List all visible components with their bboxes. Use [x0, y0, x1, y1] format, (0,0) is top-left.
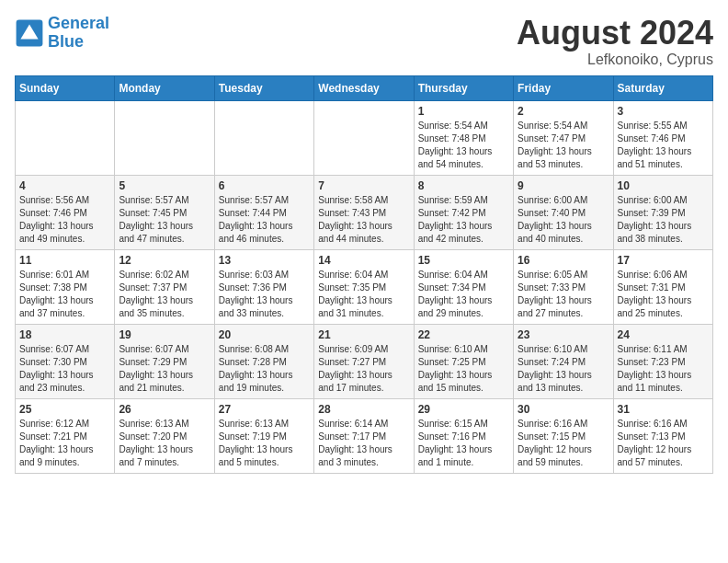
calendar-table: SundayMondayTuesdayWednesdayThursdayFrid…	[15, 75, 713, 474]
day-cell: 11Sunrise: 6:01 AM Sunset: 7:38 PM Dayli…	[16, 249, 115, 324]
day-number: 23	[518, 328, 609, 341]
day-number: 10	[618, 179, 709, 192]
day-info: Sunrise: 6:00 AM Sunset: 7:39 PM Dayligh…	[618, 194, 709, 246]
day-number: 30	[518, 403, 609, 416]
day-cell: 19Sunrise: 6:07 AM Sunset: 7:29 PM Dayli…	[115, 324, 214, 398]
day-cell: 21Sunrise: 6:09 AM Sunset: 7:27 PM Dayli…	[314, 324, 414, 398]
day-number: 6	[219, 179, 310, 192]
day-cell: 2Sunrise: 5:54 AM Sunset: 7:47 PM Daylig…	[514, 100, 613, 175]
day-cell: 28Sunrise: 6:14 AM Sunset: 7:17 PM Dayli…	[314, 398, 414, 473]
month-year: August 2024	[517, 15, 713, 52]
day-info: Sunrise: 5:55 AM Sunset: 7:46 PM Dayligh…	[618, 120, 709, 171]
day-cell	[115, 100, 214, 175]
calendar-body: 1Sunrise: 5:54 AM Sunset: 7:48 PM Daylig…	[16, 100, 713, 473]
week-row-3: 11Sunrise: 6:01 AM Sunset: 7:38 PM Dayli…	[16, 249, 713, 324]
day-info: Sunrise: 5:56 AM Sunset: 7:46 PM Dayligh…	[19, 194, 110, 246]
weekday-wednesday: Wednesday	[314, 75, 414, 100]
day-info: Sunrise: 5:59 AM Sunset: 7:42 PM Dayligh…	[418, 194, 509, 246]
day-number: 11	[19, 254, 110, 267]
day-info: Sunrise: 6:03 AM Sunset: 7:36 PM Dayligh…	[219, 269, 310, 320]
day-number: 9	[518, 179, 609, 192]
day-number: 25	[19, 403, 110, 416]
day-info: Sunrise: 6:00 AM Sunset: 7:40 PM Dayligh…	[518, 194, 609, 246]
day-cell: 4Sunrise: 5:56 AM Sunset: 7:46 PM Daylig…	[16, 175, 115, 249]
weekday-thursday: Thursday	[414, 75, 513, 100]
weekday-monday: Monday	[115, 75, 214, 100]
weekday-tuesday: Tuesday	[214, 75, 313, 100]
day-number: 31	[618, 403, 709, 416]
weekday-saturday: Saturday	[613, 75, 712, 100]
day-number: 14	[318, 254, 409, 267]
day-number: 5	[119, 179, 210, 192]
day-cell: 7Sunrise: 5:58 AM Sunset: 7:43 PM Daylig…	[314, 175, 414, 249]
day-cell: 3Sunrise: 5:55 AM Sunset: 7:46 PM Daylig…	[613, 100, 712, 175]
location: Lefkonoiko, Cyprus	[517, 52, 713, 68]
day-info: Sunrise: 6:12 AM Sunset: 7:21 PM Dayligh…	[19, 418, 110, 469]
day-cell: 29Sunrise: 6:15 AM Sunset: 7:16 PM Dayli…	[414, 398, 513, 473]
day-number: 26	[119, 403, 210, 416]
day-cell: 17Sunrise: 6:06 AM Sunset: 7:31 PM Dayli…	[613, 249, 712, 324]
day-info: Sunrise: 5:54 AM Sunset: 7:47 PM Dayligh…	[518, 120, 609, 171]
day-number: 28	[318, 403, 409, 416]
day-number: 4	[19, 179, 110, 192]
day-info: Sunrise: 5:57 AM Sunset: 7:45 PM Dayligh…	[119, 194, 210, 246]
day-number: 1	[418, 105, 509, 118]
day-cell	[214, 100, 313, 175]
logo-line1: General	[48, 14, 109, 32]
day-cell: 31Sunrise: 6:16 AM Sunset: 7:13 PM Dayli…	[613, 398, 712, 473]
day-number: 20	[219, 328, 310, 341]
day-number: 22	[418, 328, 509, 341]
day-info: Sunrise: 5:58 AM Sunset: 7:43 PM Dayligh…	[318, 194, 409, 246]
weekday-friday: Friday	[514, 75, 613, 100]
day-info: Sunrise: 6:16 AM Sunset: 7:15 PM Dayligh…	[518, 418, 609, 469]
day-number: 17	[618, 254, 709, 267]
day-number: 3	[618, 105, 709, 118]
day-cell: 1Sunrise: 5:54 AM Sunset: 7:48 PM Daylig…	[414, 100, 513, 175]
day-cell: 8Sunrise: 5:59 AM Sunset: 7:42 PM Daylig…	[414, 175, 513, 249]
day-info: Sunrise: 6:04 AM Sunset: 7:35 PM Dayligh…	[318, 269, 409, 320]
day-info: Sunrise: 6:04 AM Sunset: 7:34 PM Dayligh…	[418, 269, 509, 320]
weekday-row: SundayMondayTuesdayWednesdayThursdayFrid…	[16, 75, 713, 100]
day-cell: 26Sunrise: 6:13 AM Sunset: 7:20 PM Dayli…	[115, 398, 214, 473]
day-cell: 6Sunrise: 5:57 AM Sunset: 7:44 PM Daylig…	[214, 175, 313, 249]
day-cell: 5Sunrise: 5:57 AM Sunset: 7:45 PM Daylig…	[115, 175, 214, 249]
day-info: Sunrise: 6:16 AM Sunset: 7:13 PM Dayligh…	[618, 418, 709, 469]
day-info: Sunrise: 5:54 AM Sunset: 7:48 PM Dayligh…	[418, 120, 509, 171]
day-cell: 15Sunrise: 6:04 AM Sunset: 7:34 PM Dayli…	[414, 249, 513, 324]
day-cell	[16, 100, 115, 175]
day-cell: 10Sunrise: 6:00 AM Sunset: 7:39 PM Dayli…	[613, 175, 712, 249]
day-number: 8	[418, 179, 509, 192]
week-row-4: 18Sunrise: 6:07 AM Sunset: 7:30 PM Dayli…	[16, 324, 713, 398]
day-number: 18	[19, 328, 110, 341]
day-number: 29	[418, 403, 509, 416]
day-cell: 16Sunrise: 6:05 AM Sunset: 7:33 PM Dayli…	[514, 249, 613, 324]
day-cell: 9Sunrise: 6:00 AM Sunset: 7:40 PM Daylig…	[514, 175, 613, 249]
logo-icon	[15, 18, 44, 48]
day-number: 7	[318, 179, 409, 192]
day-number: 2	[518, 105, 609, 118]
day-info: Sunrise: 6:02 AM Sunset: 7:37 PM Dayligh…	[119, 269, 210, 320]
title-block: August 2024 Lefkonoiko, Cyprus	[517, 15, 713, 68]
day-number: 19	[119, 328, 210, 341]
logo-line2: Blue	[48, 32, 84, 51]
day-cell: 27Sunrise: 6:13 AM Sunset: 7:19 PM Dayli…	[214, 398, 313, 473]
day-cell: 25Sunrise: 6:12 AM Sunset: 7:21 PM Dayli…	[16, 398, 115, 473]
day-info: Sunrise: 6:10 AM Sunset: 7:24 PM Dayligh…	[518, 343, 609, 395]
day-number: 12	[119, 254, 210, 267]
day-info: Sunrise: 6:06 AM Sunset: 7:31 PM Dayligh…	[618, 269, 709, 320]
day-info: Sunrise: 6:07 AM Sunset: 7:30 PM Dayligh…	[19, 343, 110, 395]
day-info: Sunrise: 5:57 AM Sunset: 7:44 PM Dayligh…	[219, 194, 310, 246]
day-info: Sunrise: 6:08 AM Sunset: 7:28 PM Dayligh…	[219, 343, 310, 395]
day-info: Sunrise: 6:15 AM Sunset: 7:16 PM Dayligh…	[418, 418, 509, 469]
day-number: 15	[418, 254, 509, 267]
day-number: 27	[219, 403, 310, 416]
day-number: 16	[518, 254, 609, 267]
day-info: Sunrise: 6:07 AM Sunset: 7:29 PM Dayligh…	[119, 343, 210, 395]
week-row-2: 4Sunrise: 5:56 AM Sunset: 7:46 PM Daylig…	[16, 175, 713, 249]
day-info: Sunrise: 6:14 AM Sunset: 7:17 PM Dayligh…	[318, 418, 409, 469]
day-info: Sunrise: 6:05 AM Sunset: 7:33 PM Dayligh…	[518, 269, 609, 320]
day-info: Sunrise: 6:01 AM Sunset: 7:38 PM Dayligh…	[19, 269, 110, 320]
day-info: Sunrise: 6:09 AM Sunset: 7:27 PM Dayligh…	[318, 343, 409, 395]
day-number: 21	[318, 328, 409, 341]
week-row-5: 25Sunrise: 6:12 AM Sunset: 7:21 PM Dayli…	[16, 398, 713, 473]
